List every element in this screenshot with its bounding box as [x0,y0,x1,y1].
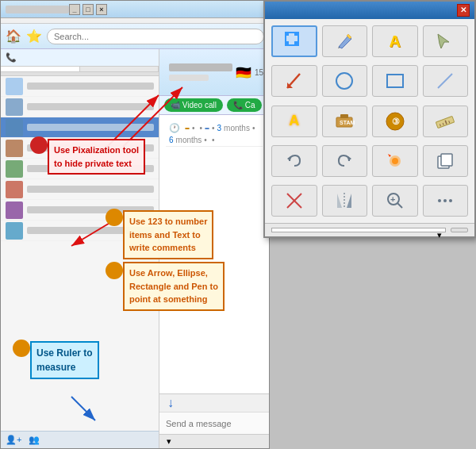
svg-text:③: ③ [392,117,400,126]
favorites-icon[interactable]: ⭐ [26,29,42,44]
copy-tool-btn[interactable] [423,145,469,177]
contact-name [27,124,154,131]
svg-rect-21 [441,154,452,166]
rectangle-icon [385,71,405,91]
add-via-skype[interactable]: 👥 [29,435,43,445]
tabs-row [1,67,159,72]
svg-point-5 [336,73,352,89]
share-dropdown[interactable]: ▾ [271,228,446,232]
text-tool-btn[interactable]: A [372,25,418,57]
jet-tools-grid: A [265,19,474,223]
flip-tool-btn[interactable] [322,185,368,217]
jet-screenshot-dialog: ✕ A [263,0,476,238]
flip-icon [334,190,355,211]
chat-status-bar [169,75,209,81]
jet-close-button[interactable]: ✕ [457,4,470,17]
svg-rect-3 [285,41,289,45]
all-bar: ▾ [159,434,269,448]
copy-icon [435,151,455,171]
filter-30days[interactable] [205,128,209,129]
svg-rect-9 [340,114,348,118]
call-button[interactable]: 📞 Ca [227,98,262,112]
ruler-icon [435,111,455,132]
menu-conversation[interactable] [23,20,26,21]
svg-rect-1 [285,32,289,36]
list-item[interactable] [1,97,159,117]
svg-rect-13 [436,116,455,128]
pencil-icon [334,31,355,52]
months-label-1: months [224,124,250,132]
call-phones-row[interactable]: 📞 [1,49,159,67]
add-icon: 👤+ [6,435,21,445]
menu-tools[interactable] [52,20,55,21]
action-buttons-row: 📹 Video call 📞 Ca [159,96,269,115]
more-tool-btn[interactable] [423,185,469,217]
filter-yesterday[interactable] [185,128,190,129]
selection-tool-btn[interactable] [271,25,317,57]
svg-point-28 [438,199,441,202]
maximize-btn[interactable]: □ [83,4,94,15]
bottom-controls: ↓ [159,393,269,412]
blur-tool-btn[interactable] [372,145,418,177]
zoom-tool-btn[interactable]: + [372,185,418,217]
menu-bar [1,18,269,24]
menu-skype[interactable] [4,20,7,21]
menu-contacts[interactable] [13,20,17,21]
annotation-tip-2: Use 123 to numberitems and Text towrite … [123,210,213,259]
add-skype-icon: 👥 [29,435,40,445]
cancel-button[interactable] [451,228,468,232]
undo-tool-btn[interactable] [271,145,317,177]
tab-contacts[interactable] [1,67,80,71]
highlight-icon: A [289,113,299,129]
title-buttons: _ □ × [69,4,107,15]
stamp-tool-btn[interactable]: STAMP [322,106,368,137]
number-circle-1 [30,136,48,154]
rectangle-tool-btn[interactable] [372,65,418,97]
highlight-tool-btn[interactable]: A [271,106,317,137]
number-circle-2 [106,209,123,226]
svg-text:+: + [390,194,395,204]
delete-tool-btn[interactable] [271,185,317,217]
minimize-btn[interactable]: _ [69,4,80,15]
menu-help[interactable] [61,20,64,21]
close-btn[interactable]: × [96,4,107,15]
pointer-tool-btn[interactable] [423,25,469,57]
line-tool-btn[interactable] [423,65,469,97]
svg-rect-6 [387,75,403,87]
avatar [6,98,23,116]
search-input[interactable] [47,29,264,44]
all-dropdown-arrow[interactable]: ▾ [167,436,171,447]
ellipse-tool-btn[interactable] [322,65,368,97]
menu-call[interactable] [33,20,36,21]
filter-3months[interactable]: 3 [217,124,222,132]
delete-icon [284,190,305,211]
video-call-button[interactable]: 📹 Video call [164,98,223,112]
numbered-tool-btn[interactable]: ③ [372,106,418,137]
arrow-tool-btn[interactable] [271,65,317,97]
avatar [6,119,23,136]
pencil-tool-btn[interactable] [322,25,368,57]
home-icon[interactable]: 🏠 [6,29,21,44]
text-icon: A [390,33,401,51]
avatar [6,78,23,95]
arrow-icon [284,71,305,91]
list-item[interactable] [1,179,159,200]
redo-tool-btn[interactable] [322,145,368,177]
avatar [6,222,23,240]
redo-icon [334,151,355,171]
phone-icon: 📞 [6,52,17,63]
add-contact-button[interactable]: 👤+ [6,435,24,445]
filter-6months[interactable]: 6 [169,136,174,144]
line-icon [435,71,455,91]
list-item[interactable] [1,117,159,138]
list-item[interactable] [1,76,159,97]
zoom-icon: + [385,190,405,211]
skype-toolbar: 🏠 ⭐ [1,24,269,49]
tab-recent[interactable] [80,67,159,71]
ruler-tool-btn[interactable] [423,106,469,137]
svg-point-19 [392,158,398,164]
menu-view[interactable] [42,20,45,21]
chat-info [169,63,232,81]
message-input[interactable] [166,419,269,428]
svg-point-30 [449,199,452,202]
